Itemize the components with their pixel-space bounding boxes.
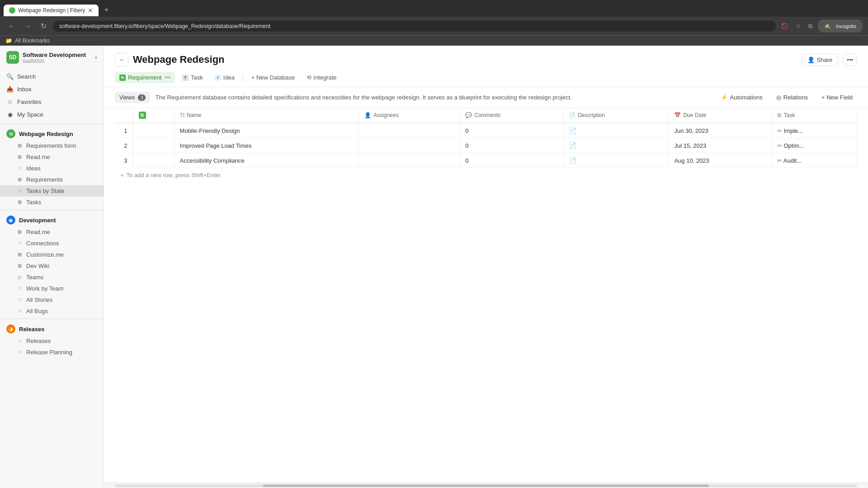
requirement-tab-more[interactable]: ••• [165,75,170,81]
browser-tabs: Webpage Redesign | Fibery ✕ + [0,0,868,17]
table-row[interactable]: 3 Accessibility Compliance 0 📄 Aug 10, 2… [115,153,857,168]
sidebar-item-dev-wiki[interactable]: ⊞ Dev Wiki [0,260,104,272]
table-row[interactable]: 2 Improved Page Load Times 0 📄 Jul 15, 2… [115,138,857,153]
workspace-chevron-icon: ▾ [95,55,97,60]
row-1-task[interactable]: ✏ Imple... [771,123,857,138]
sidebar-item-inbox[interactable]: 📥 Inbox [0,83,104,95]
sidebar-item-tasks-by-state[interactable]: ⁙ Tasks by State [0,185,104,197]
sidebar-nav: 🔍 Search 📥 Inbox ☆ Favorites ◉ My Space [0,69,104,122]
col-description[interactable]: 📄 Description [563,108,669,123]
new-tab-button[interactable]: + [100,4,113,17]
row-2-description[interactable]: 📄 [563,138,669,153]
sidebar-group-webpage-redesign[interactable]: ⊕ Webpage Redesign [0,126,104,140]
automations-icon: ⚡ [721,94,728,101]
row-3-name[interactable]: Accessibility Compliance [174,153,359,168]
tab-requirement[interactable]: R Requirement ••• [115,72,175,83]
sidebar-item-dev-readme[interactable]: ⊞ Read.me [0,226,104,238]
col-comments[interactable]: 💬 Comments [460,108,563,123]
row-num-1: 1 [115,123,133,138]
sidebar-group-development[interactable]: ◉ Development [0,212,104,226]
sidebar-item-my-space[interactable]: ◉ My Space [0,108,104,121]
sidebar-item-all-bugs[interactable]: ⁙ All Bugs [0,305,104,317]
row-2-assignees[interactable] [359,138,460,153]
sidebar-item-all-stories[interactable]: ⁙ All Stories [0,294,104,305]
tab-close-button[interactable]: ✕ [88,7,93,14]
bugs-icon: ⁙ [16,308,23,314]
scrollbar-thumb[interactable] [263,484,708,487]
col-due-date[interactable]: 📅 Due Date [669,108,771,123]
sidebar-item-release-planning[interactable]: ⁙ Release Planning [0,347,104,358]
custom-icon: ⊞ [16,252,23,258]
idea-tab-dot: I [215,75,221,81]
sidebar-item-readme[interactable]: ⊞ Read.me [0,151,104,163]
sidebar: SD Software Development 6ad8d3d1 ▾ 🔍 Sea… [0,46,104,488]
new-database-button[interactable]: + New Database [247,72,299,83]
row-2-task[interactable]: ✏ Optim... [771,138,857,153]
bookmarks-label[interactable]: All Bookmarks [15,38,50,44]
table-row[interactable]: 1 Mobile-Friendly Design 0 📄 Jun 30, 202… [115,123,857,138]
forward-button[interactable]: → [22,21,34,31]
list-icon: ⊞ [16,177,23,183]
sidebar-item-customize[interactable]: ⊞ Customize.me [0,249,104,260]
date-col-icon: 📅 [674,112,681,118]
page-icon-button[interactable]: ↔ [115,53,128,66]
incognito-button[interactable]: 🕵 Incognito [818,19,863,33]
table-body: 1 Mobile-Friendly Design 0 📄 Jun 30, 202… [115,123,857,168]
browser-tab[interactable]: Webpage Redesign | Fibery ✕ [4,5,99,16]
sidebar-item-ideas[interactable]: ⁙ Ideas [0,163,104,174]
sidebar-item-connections[interactable]: ⁙ Connections [0,238,104,249]
row-1-assignees[interactable] [359,123,460,138]
sidebar-item-teams[interactable]: ◇ Teams [0,272,104,283]
col-assignees[interactable]: 👤 Assignees [359,108,460,123]
comments-col-icon: 💬 [465,112,472,118]
incognito-label: Incognito [834,22,858,31]
task-col-icon: ⊞ [777,112,782,118]
sidebar-item-work-by-team[interactable]: ⁙ Work by Team [0,283,104,294]
col-task[interactable]: ⊞ Task [771,108,857,123]
reload-button[interactable]: ↻ [38,21,49,31]
col-name[interactable]: Tt Name [174,108,359,123]
row-1-name[interactable]: Mobile-Friendly Design [174,123,359,138]
row-3-description[interactable]: 📄 [563,153,669,168]
share-icon: 👤 [807,56,815,63]
sidebar-item-search[interactable]: 🔍 Search [0,70,104,83]
all-stories-label: All Stories [26,296,53,303]
tab-idea[interactable]: I Idea [210,72,239,83]
new-field-button[interactable]: + New Field [817,92,857,103]
integrate-button[interactable]: ⟲ Integrate [302,72,341,83]
split-view-icon[interactable]: ⧉ [807,21,814,32]
teams-icon: ◇ [16,274,23,281]
row-2-comments: 0 [460,138,563,153]
row-1-description[interactable]: 📄 [563,123,669,138]
description-text: The Requirement database contains detail… [156,93,711,102]
sidebar-item-favorites[interactable]: ☆ Favorites [0,95,104,108]
bookmark-icon[interactable]: ☆ [794,21,803,31]
sidebar-item-requirements[interactable]: ⊞ Requirements [0,174,104,185]
doc-icon: ⊞ [16,154,23,160]
tab-task[interactable]: T Task [178,72,208,83]
more-button[interactable]: ••• [843,54,857,66]
requirement-tab-label: Requirement [128,74,161,81]
workspace-info: Software Development 6ad8d3d1 [23,52,86,64]
row-num-3: 3 [115,153,133,168]
views-button[interactable]: Views 3 [115,92,150,103]
row-3-assignees[interactable] [359,153,460,168]
header-row: R Tt Name 👤 Assi [115,108,857,123]
camera-off-icon[interactable]: 🚫 [779,21,790,31]
row-2-name[interactable]: Improved Page Load Times [174,138,359,153]
row-3-task[interactable]: ✏ Audit... [771,153,857,168]
add-row-button[interactable]: + To add a new row, press Shift+Enter [115,168,857,182]
horizontal-scrollbar[interactable] [104,483,868,488]
back-button[interactable]: ← [5,21,18,31]
address-bar[interactable] [53,21,776,32]
share-button[interactable]: 👤 Share [802,54,839,66]
relations-button[interactable]: ◎ Relations [772,92,812,103]
dev-wiki-label: Dev Wiki [26,263,49,269]
automations-button[interactable]: ⚡ Automations [716,92,767,103]
sidebar-item-requirements-form[interactable]: ⊞ Requirements form [0,140,104,151]
sidebar-item-releases[interactable]: ⁙ Releases [0,335,104,347]
workspace-id: 6ad8d3d1 [23,58,86,64]
workspace-header[interactable]: SD Software Development 6ad8d3d1 ▾ [0,46,104,69]
sidebar-group-releases[interactable]: ◑ Releases [0,321,104,335]
sidebar-item-tasks[interactable]: ⊞ Tasks [0,197,104,208]
